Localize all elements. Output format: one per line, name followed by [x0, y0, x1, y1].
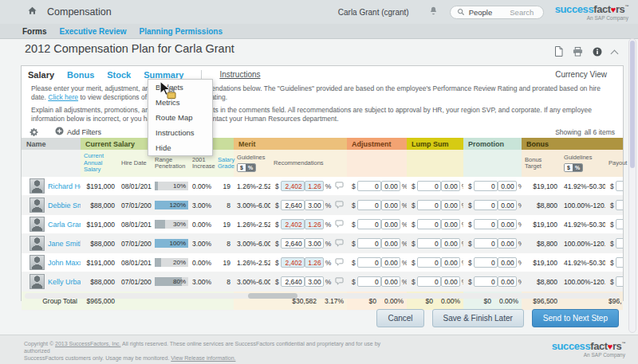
comment-bubble-icon[interactable]	[335, 239, 344, 249]
showing-items-selector[interactable]: Showing all 6 items	[555, 128, 615, 136]
currency-view-dropdown[interactable]: Currency View	[555, 70, 615, 79]
merit-amount-input[interactable]	[281, 200, 305, 210]
merit-percent-input[interactable]	[305, 257, 324, 268]
promotion-amount-input[interactable]	[474, 219, 498, 229]
promotion-percent-input[interactable]	[498, 219, 517, 229]
horizontal-scrollbar-thumb[interactable]	[248, 293, 297, 299]
guidelines-dollar-percent-toggle[interactable]: $%	[237, 163, 256, 172]
menu-item-budgets[interactable]: Budgets	[148, 80, 212, 95]
home-icon[interactable]	[27, 5, 37, 19]
comment-bubble-icon[interactable]	[335, 201, 344, 210]
send-to-next-step-button[interactable]: Send to Next Step	[532, 309, 619, 327]
payout-amount-input[interactable]	[616, 181, 623, 191]
promotion-percent-input[interactable]	[498, 181, 517, 191]
merit-percent-input[interactable]	[305, 238, 324, 249]
employee-name-link[interactable]: Carla Grant	[48, 221, 81, 229]
payout-amount-input[interactable]	[616, 257, 623, 268]
lump-percent-input[interactable]	[441, 181, 460, 191]
merit-amount-input[interactable]	[281, 257, 305, 268]
merit-percent-input[interactable]	[305, 276, 324, 287]
save-finish-later-button[interactable]: Save & Finish Later	[432, 309, 524, 327]
cancel-button[interactable]: Cancel	[376, 309, 423, 327]
promotion-amount-input[interactable]	[474, 257, 498, 268]
salary-grade-sort-link[interactable]: Salary Grade	[218, 156, 234, 170]
promotion-percent-input[interactable]	[498, 200, 517, 210]
lump-percent-input[interactable]	[441, 200, 460, 210]
adjustment-percent-input[interactable]	[381, 238, 400, 249]
payout-amount-input[interactable]	[616, 200, 623, 210]
app-menu-compensation[interactable]: Compensation	[47, 6, 120, 18]
document-icon[interactable]	[554, 45, 563, 60]
adjustment-amount-input[interactable]	[357, 257, 381, 268]
promotion-percent-input[interactable]	[498, 276, 517, 287]
merit-amount-input[interactable]	[281, 238, 305, 249]
tab-salary[interactable]: Salary	[28, 70, 54, 80]
click-here-link[interactable]: Click here	[48, 93, 78, 101]
guidelines-dollar-percent-toggle[interactable]: $%	[564, 163, 583, 172]
menu-item-instructions[interactable]: Instructions	[148, 125, 212, 140]
lump-amount-input[interactable]	[417, 181, 441, 191]
collapse-chevron-icon[interactable]	[611, 50, 619, 58]
annual-salary-sort-link[interactable]: Current Annual Salary	[84, 152, 104, 173]
lump-amount-input[interactable]	[417, 257, 441, 268]
promotion-amount-input[interactable]	[474, 238, 498, 249]
payout-amount-input[interactable]	[616, 276, 623, 287]
payout-amount-input[interactable]	[616, 238, 623, 249]
nav-tab-forms[interactable]: Forms	[22, 27, 47, 36]
adjustment-amount-input[interactable]	[357, 276, 381, 287]
adjustment-percent-input[interactable]	[381, 276, 400, 287]
lump-amount-input[interactable]	[417, 276, 441, 287]
adjustment-percent-input[interactable]	[381, 181, 400, 191]
adjustment-amount-input[interactable]	[357, 238, 381, 249]
comment-bubble-icon[interactable]	[335, 258, 344, 268]
comment-bubble-icon[interactable]	[335, 182, 344, 191]
adjustment-percent-input[interactable]	[381, 257, 400, 268]
promotion-amount-input[interactable]	[474, 181, 498, 191]
lump-amount-input[interactable]	[417, 238, 441, 249]
adjustment-amount-input[interactable]	[357, 219, 381, 229]
merit-percent-input[interactable]	[305, 219, 324, 229]
promotion-amount-input[interactable]	[474, 200, 498, 210]
tab-stock[interactable]: Stock	[107, 70, 131, 80]
tab-summary[interactable]: Summary	[144, 70, 183, 80]
nav-tab-executive-review[interactable]: Executive Review	[60, 27, 127, 36]
horizontal-scrollbar[interactable]	[25, 293, 620, 299]
adjustment-percent-input[interactable]	[381, 200, 400, 210]
view-release-info-link[interactable]: View Release information.	[171, 355, 235, 361]
merit-amount-input[interactable]	[281, 181, 305, 191]
vertical-scrollbar[interactable]	[628, 38, 636, 333]
print-icon[interactable]	[573, 45, 583, 60]
user-menu[interactable]: Carla Grant (cgrant)	[338, 8, 417, 17]
lump-percent-input[interactable]	[441, 257, 460, 268]
successfactors-link[interactable]: 2013 SuccessFactors, Inc.	[55, 341, 120, 346]
notifications-bell-icon[interactable]	[428, 5, 439, 19]
lump-percent-input[interactable]	[441, 238, 460, 249]
merit-amount-input[interactable]	[281, 219, 305, 229]
adjustment-amount-input[interactable]	[357, 181, 381, 191]
vertical-scrollbar-thumb[interactable]	[630, 41, 635, 168]
search-scope-dropdown[interactable]: People	[469, 8, 501, 17]
lump-percent-input[interactable]	[441, 219, 460, 229]
employee-name-link[interactable]: John Maxx	[48, 259, 81, 267]
tab-bonus[interactable]: Bonus	[67, 70, 94, 80]
promotion-percent-input[interactable]	[498, 257, 517, 268]
menu-item-route-map[interactable]: Route Map	[148, 110, 212, 125]
merit-amount-input[interactable]	[281, 276, 305, 287]
add-filters-button[interactable]: Add Filters	[55, 127, 101, 137]
payout-amount-input[interactable]	[616, 219, 623, 229]
adjustment-percent-input[interactable]	[381, 219, 400, 229]
promotion-amount-input[interactable]	[474, 276, 498, 287]
merit-percent-input[interactable]	[305, 181, 324, 191]
menu-item-metrics[interactable]: Metrics	[148, 95, 212, 110]
merit-percent-input[interactable]	[305, 200, 324, 210]
employee-name-link[interactable]: Kelly Urbanna	[48, 278, 81, 286]
employee-name-link[interactable]: Jane Smith	[48, 240, 81, 248]
nav-tab-planning-permissions[interactable]: Planning Permissions	[140, 27, 223, 36]
lump-amount-input[interactable]	[417, 200, 441, 210]
comment-bubble-icon[interactable]	[335, 220, 344, 229]
promotion-percent-input[interactable]	[498, 238, 517, 249]
employee-name-link[interactable]: Debbie Smith	[48, 202, 81, 209]
lump-percent-input[interactable]	[441, 276, 460, 287]
instructions-dropdown-trigger[interactable]: Instructions	[219, 70, 268, 79]
search-input[interactable]	[508, 7, 549, 18]
